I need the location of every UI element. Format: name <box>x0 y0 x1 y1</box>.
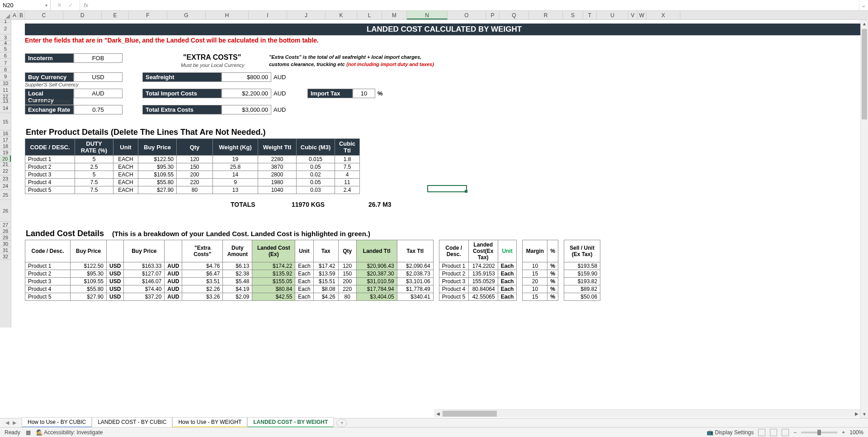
col-header-X[interactable]: X <box>646 11 680 19</box>
table-row[interactable]: Product 22.5EACH$95.3015025.838700.057.5 <box>25 163 360 171</box>
table-row[interactable]: Product 4$55.80USD $74.40AUD $2.26$4.19 … <box>25 285 600 293</box>
col-header-Q[interactable]: Q <box>500 11 529 19</box>
table-row[interactable]: Product 35EACH$109.552001428000.024 <box>25 171 360 179</box>
col-header-I[interactable]: I <box>249 11 287 19</box>
scroll-up-icon[interactable]: ▲ <box>861 20 868 28</box>
row-header-17[interactable]: 17 <box>0 137 11 143</box>
row-header-9[interactable]: 9 <box>0 72 11 81</box>
table-row[interactable]: Product 15EACH$122.501201922800.0151.8 <box>25 156 360 163</box>
col-header-C[interactable]: C <box>25 11 63 19</box>
total-extra-value: $3,000.00 <box>222 105 271 114</box>
col-header-S[interactable]: S <box>563 11 583 19</box>
row-header-15[interactable]: 15 <box>0 113 11 130</box>
name-box-value: N20 <box>3 2 14 9</box>
col-header-A[interactable]: A <box>11 11 18 19</box>
incoterm-label: Incoterm <box>25 53 74 63</box>
exchange-rate-label: Exchange Rate <box>25 105 74 114</box>
vertical-scrollbar[interactable]: ▲ ▼ <box>860 20 868 328</box>
row-header-31[interactable]: 31 <box>0 247 11 253</box>
exchange-rate-value[interactable]: 0.75 <box>74 105 123 114</box>
table-row[interactable]: Product 5$27.90USD $37.20AUD $3.26$2.09 … <box>25 293 600 301</box>
col-header-M[interactable]: M <box>382 11 407 19</box>
row-header-27[interactable]: 27 <box>0 222 11 228</box>
col-header-D[interactable]: D <box>63 11 102 19</box>
total-import-value[interactable]: $2,200.00 <box>222 89 271 98</box>
row-header-8[interactable]: 8 <box>0 67 11 72</box>
col-header-O[interactable]: O <box>448 11 486 19</box>
pd-header: Cubic (M3) <box>297 139 335 156</box>
formula-input[interactable] <box>92 0 859 10</box>
row-header-13[interactable]: 13 <box>0 99 11 103</box>
col-header-T[interactable]: T <box>583 11 597 19</box>
import-tax-pct: % <box>377 90 383 97</box>
col-header-G[interactable]: G <box>167 11 206 19</box>
row-header-32[interactable]: 32 <box>0 253 11 260</box>
product-details-table: CODE / DESC.DUTY RATE (%)UnitBuy PriceQt… <box>25 138 360 194</box>
row-header-10[interactable]: 10 <box>0 81 11 86</box>
table-row[interactable]: Product 3$109.55USD $146.07AUD $3.51$5.4… <box>25 278 600 285</box>
totals-cubic-unit: M3 <box>382 201 391 208</box>
local-currency-value[interactable]: AUD <box>74 89 123 98</box>
col-header-F[interactable]: F <box>129 11 167 19</box>
col-header-H[interactable]: H <box>206 11 249 19</box>
table-row[interactable]: Product 2$95.30USD $127.07AUD $6.47$2.38… <box>25 270 600 278</box>
table-row[interactable]: Product 47.5EACH$55.80220919800.0511 <box>25 179 360 186</box>
col-header-L[interactable]: L <box>357 11 382 19</box>
name-box[interactable]: N20 ▾ <box>0 0 51 10</box>
pd-header: Weight Ttl <box>258 139 297 156</box>
row-header-5[interactable]: 5 <box>0 45 11 52</box>
col-header-N[interactable]: N <box>407 11 448 19</box>
select-all-corner[interactable] <box>0 11 11 19</box>
buy-currency-value[interactable]: USD <box>74 72 123 82</box>
row-header-30[interactable]: 30 <box>0 241 11 247</box>
row-header-16[interactable]: 16 <box>0 130 11 137</box>
product-details-title: Enter Product Details (Delete The Lines … <box>26 128 265 137</box>
row-header-28[interactable]: 28 <box>0 228 11 234</box>
row-header-29[interactable]: 29 <box>0 234 11 241</box>
sheet-content[interactable]: LANDED COST CALCULATED BY WEIGHT Enter t… <box>11 20 868 328</box>
selected-cell[interactable] <box>427 185 467 192</box>
fill-handle[interactable] <box>465 190 467 193</box>
row-header-14[interactable]: 14 <box>0 103 11 113</box>
row-header-19[interactable]: 19 <box>0 149 11 156</box>
row-header-26[interactable]: 26 <box>0 200 11 222</box>
row-header-21[interactable]: 21 <box>0 162 11 166</box>
fx-icon[interactable]: fx <box>84 2 88 9</box>
seafreight-currency: AUD <box>274 74 286 81</box>
extra-note-1: "Extra Costs" is the total of all seafre… <box>269 54 421 60</box>
col-header-R[interactable]: R <box>529 11 563 19</box>
col-header-P[interactable]: P <box>486 11 500 19</box>
col-header-V[interactable]: V <box>628 11 637 19</box>
row-header-18[interactable]: 18 <box>0 143 11 149</box>
row-header-22[interactable]: 22 <box>0 166 11 176</box>
row-header-7[interactable]: 7 <box>0 59 11 67</box>
col-header-J[interactable]: J <box>287 11 326 19</box>
col-header-U[interactable]: U <box>597 11 628 19</box>
incoterm-value[interactable]: FOB <box>74 53 123 63</box>
row-header-25[interactable]: 25 <box>0 190 11 200</box>
seafreight-label: Seafreight <box>142 72 222 82</box>
table-row[interactable]: Product 1$122.50USD $163.33AUD $4.76$6.1… <box>25 262 600 270</box>
table-row[interactable]: Product 57.5EACH$27.90801310400.032.4 <box>25 186 360 194</box>
col-header-E[interactable]: E <box>102 11 129 19</box>
row-header-2[interactable]: 2 <box>0 23 11 34</box>
vertical-scroll-thumb[interactable] <box>862 29 867 119</box>
row-header-6[interactable]: 6 <box>0 52 11 59</box>
name-box-dropdown-icon[interactable]: ▾ <box>45 3 47 8</box>
row-header-23[interactable]: 23 <box>0 176 11 182</box>
row-header-4[interactable]: 4 <box>0 41 11 45</box>
col-header-B[interactable]: B <box>18 11 25 19</box>
extra-note-2-red: (not including import duty and taxes) <box>346 62 434 67</box>
landed-cost-subtitle: (This is a breakdown of your Landed Cost… <box>112 230 370 238</box>
totals-weight-unit: KGS <box>311 201 325 208</box>
formula-expand-icon[interactable]: ⌄ <box>859 0 868 10</box>
col-header-K[interactable]: K <box>326 11 357 19</box>
seafreight-value[interactable]: $800.00 <box>222 72 271 82</box>
landed-cost-table: Code / Desc. Buy Price Buy Price "Extra … <box>25 240 600 301</box>
total-import-label: Total Import Costs <box>142 89 222 98</box>
row-header-11[interactable]: 11 <box>0 86 11 94</box>
pd-header: Weight (Kg) <box>213 139 258 156</box>
col-header-W[interactable]: W <box>637 11 646 19</box>
row-header-24[interactable]: 24 <box>0 182 11 190</box>
import-tax-value[interactable]: 10 <box>353 89 375 98</box>
